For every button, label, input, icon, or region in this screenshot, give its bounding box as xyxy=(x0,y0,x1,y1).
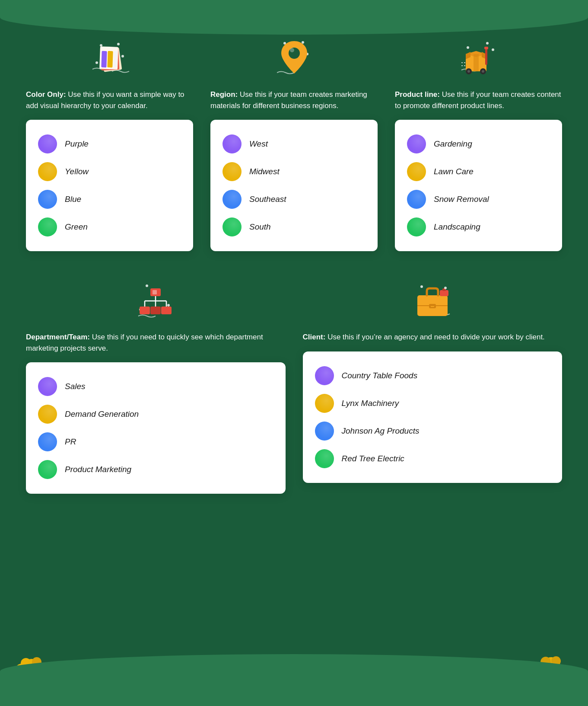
list-item: Snow Removal xyxy=(407,185,550,213)
svg-rect-8 xyxy=(107,51,113,67)
svg-point-15 xyxy=(486,42,489,45)
dot-yellow xyxy=(222,162,242,181)
list-item: Lynx Machinery xyxy=(315,390,550,417)
svg-point-0 xyxy=(100,44,102,47)
item-label: Blue xyxy=(65,195,81,204)
item-label: Snow Removal xyxy=(434,195,489,204)
list-item: Gardening xyxy=(407,130,550,158)
bottom-section: Department/Team: Use this if you need to… xyxy=(26,277,562,494)
main-content: Color Only: Use this if you want a simpl… xyxy=(0,0,588,563)
icon-area-client xyxy=(303,277,563,325)
category-region: Region: Use this if your team creates ma… xyxy=(210,35,378,251)
item-label: Yellow xyxy=(65,167,89,176)
dot-blue xyxy=(38,432,57,451)
dot-green xyxy=(407,217,426,236)
svg-rect-28 xyxy=(484,47,488,49)
dot-green xyxy=(38,460,57,479)
svg-point-14 xyxy=(290,48,294,52)
svg-rect-43 xyxy=(153,290,157,294)
item-label: Green xyxy=(65,222,88,232)
dot-yellow xyxy=(315,394,334,413)
list-item: Purple xyxy=(38,130,181,158)
svg-point-26 xyxy=(482,70,484,73)
dot-blue xyxy=(315,422,334,441)
dot-blue xyxy=(222,190,242,209)
description-region: Region: Use this if your team creates ma… xyxy=(210,89,378,111)
dot-blue xyxy=(407,190,426,209)
svg-point-3 xyxy=(95,61,98,64)
svg-rect-9 xyxy=(113,51,117,67)
category-department-team: Department/Team: Use this if you need to… xyxy=(26,277,286,494)
description-client: Client: Use this if you’re an agency and… xyxy=(303,332,545,343)
dot-yellow xyxy=(407,162,426,181)
network-org-icon xyxy=(136,281,175,320)
briefcase-icon xyxy=(413,281,452,320)
dot-purple xyxy=(407,134,426,153)
svg-rect-40 xyxy=(140,307,150,314)
description-department: Department/Team: Use this if you need to… xyxy=(26,332,286,354)
category-client: Client: Use this if you’re an agency and… xyxy=(303,277,563,494)
item-label: Southeast xyxy=(249,195,286,204)
svg-point-53 xyxy=(444,287,447,289)
item-label: Product Marketing xyxy=(65,465,131,474)
dot-purple xyxy=(38,377,57,396)
dot-purple xyxy=(222,134,242,153)
item-label: Lynx Machinery xyxy=(342,399,399,408)
item-label: Landscaping xyxy=(434,222,480,232)
list-item: Lawn Care xyxy=(407,158,550,185)
dot-yellow xyxy=(38,162,57,181)
svg-rect-22 xyxy=(474,54,479,71)
item-label: Lawn Care xyxy=(434,167,474,176)
list-item: Yellow xyxy=(38,158,181,185)
svg-rect-7 xyxy=(101,51,107,67)
dot-yellow xyxy=(38,405,57,424)
card-product-line: Gardening Lawn Care Snow Removal Landsca… xyxy=(395,120,562,251)
item-label: West xyxy=(249,139,268,149)
svg-point-16 xyxy=(492,48,494,51)
list-item: West xyxy=(222,130,366,158)
dot-purple xyxy=(315,366,334,385)
list-item: South xyxy=(222,213,366,241)
dot-blue xyxy=(38,190,57,209)
list-item: Sales xyxy=(38,373,273,400)
card-color-only: Purple Yellow Blue Green xyxy=(26,120,193,251)
svg-rect-51 xyxy=(440,290,448,296)
item-label: Purple xyxy=(65,139,89,149)
list-item: Blue xyxy=(38,185,181,213)
list-item: Country Table Foods xyxy=(315,362,550,390)
top-section: Color Only: Use this if you want a simpl… xyxy=(26,35,562,251)
delivery-box-icon xyxy=(459,39,498,78)
svg-point-11 xyxy=(302,41,304,44)
item-label: Gardening xyxy=(434,139,472,149)
list-item: Landscaping xyxy=(407,213,550,241)
item-label: Midwest xyxy=(249,167,280,176)
icon-area-product-line xyxy=(395,35,562,82)
list-item: Southeast xyxy=(222,185,366,213)
dot-green xyxy=(222,217,242,236)
list-item: Demand Generation xyxy=(38,400,273,428)
item-label: South xyxy=(249,222,271,232)
card-region: West Midwest Southeast South xyxy=(210,120,378,251)
item-label: PR xyxy=(65,437,76,447)
papers-icon xyxy=(90,39,129,78)
svg-point-32 xyxy=(167,304,170,307)
description-product-line: Product line: Use this if your team crea… xyxy=(395,89,562,111)
item-label: Red Tree Electric xyxy=(342,454,404,463)
category-product-line: Product line: Use this if your team crea… xyxy=(395,35,562,251)
wave-bottom-decoration xyxy=(0,654,588,706)
category-color-only: Color Only: Use this if you want a simpl… xyxy=(26,35,193,251)
svg-rect-42 xyxy=(161,307,172,314)
svg-point-1 xyxy=(117,43,120,45)
dot-green xyxy=(38,217,57,236)
item-label: Country Table Foods xyxy=(342,371,418,380)
map-pin-icon xyxy=(277,39,311,78)
list-item: PR xyxy=(38,428,273,456)
dot-purple xyxy=(38,134,57,153)
icon-area-color-only xyxy=(26,35,193,82)
list-item: Midwest xyxy=(222,158,366,185)
svg-point-24 xyxy=(467,70,470,73)
dot-green xyxy=(315,449,334,468)
list-item: Red Tree Electric xyxy=(315,445,550,473)
description-color-only: Color Only: Use this if you want a simpl… xyxy=(26,89,193,111)
item-label: Sales xyxy=(65,382,86,391)
